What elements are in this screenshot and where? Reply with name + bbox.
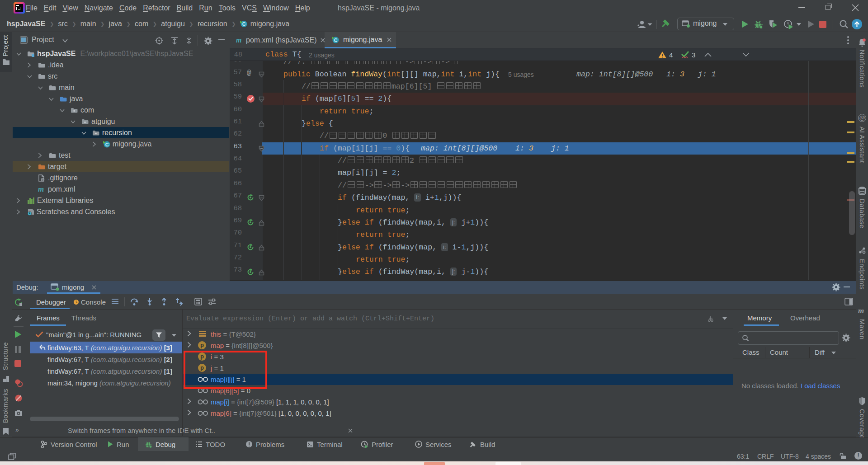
svg-text:C: C [242,21,245,27]
svg-text:C: C [105,141,109,147]
svg-text:C: C [334,37,338,42]
